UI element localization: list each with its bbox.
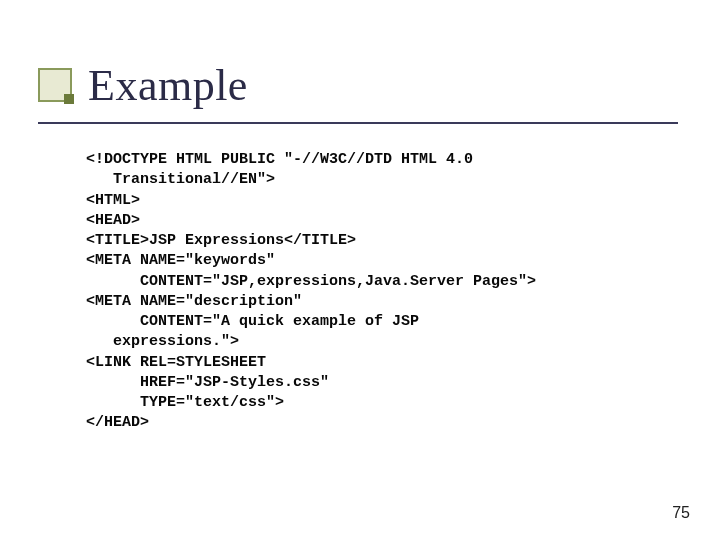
code-line: HREF="JSP-Styles.css" (86, 374, 329, 391)
slide: Example <!DOCTYPE HTML PUBLIC "-//W3C//D… (0, 0, 720, 540)
code-line: <TITLE>JSP Expressions</TITLE> (86, 232, 356, 249)
code-line: <META NAME="keywords" (86, 252, 275, 269)
code-line: CONTENT="A quick example of JSP (86, 313, 419, 330)
title-underline (38, 122, 678, 124)
code-line: expressions."> (86, 333, 239, 350)
code-line: </HEAD> (86, 414, 149, 431)
code-line: <!DOCTYPE HTML PUBLIC "-//W3C//DTD HTML … (86, 151, 473, 168)
code-line: CONTENT="JSP,expressions,Java.Server Pag… (86, 273, 536, 290)
code-line: Transitional//EN"> (86, 171, 275, 188)
code-line: <HEAD> (86, 212, 140, 229)
code-line: <LINK REL=STYLESHEET (86, 354, 266, 371)
page-number: 75 (672, 504, 690, 522)
code-line: <META NAME="description" (86, 293, 302, 310)
code-line: <HTML> (86, 192, 140, 209)
title-decor-bullet (64, 94, 74, 104)
code-line: TYPE="text/css"> (86, 394, 284, 411)
slide-title: Example (88, 60, 248, 111)
code-block: <!DOCTYPE HTML PUBLIC "-//W3C//DTD HTML … (86, 150, 676, 434)
